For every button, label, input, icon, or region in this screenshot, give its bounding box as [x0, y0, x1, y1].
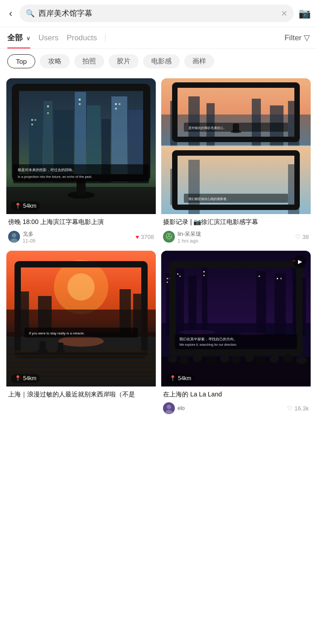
card-2-meta: lin-呆呆珑 1 hrs ago ♡ 38	[163, 230, 309, 243]
svg-text:Is a projection into the futur: Is a projection into the future, an echo…	[18, 175, 92, 179]
svg-rect-75	[58, 343, 63, 351]
card-2-author-info: lin-呆呆珑 1 hrs ago	[178, 230, 201, 243]
card-4-image: 我们在其中探索，寻找自己的方向。 We explore it, searchin…	[161, 251, 311, 386]
svg-point-107	[206, 357, 216, 365]
card-2-title: 摄影记录 | 📷徐汇滨江电影感字幕	[163, 218, 309, 227]
card-4[interactable]: 我们在其中探索，寻找自己的方向。 We explore it, searchin…	[161, 251, 311, 416]
svg-point-106	[193, 355, 202, 362]
svg-rect-49	[161, 145, 311, 147]
svg-point-119	[167, 405, 171, 409]
svg-rect-67	[6, 359, 156, 362]
back-button[interactable]: ‹	[6, 6, 15, 21]
card-3-location: 📍 54km	[11, 374, 40, 383]
svg-text:都是对未来的投影，对过去的回响。: 都是对未来的投影，对过去的回响。	[18, 168, 76, 172]
camera-button[interactable]: 📷	[298, 8, 311, 19]
header: ‹ 🔍 西岸美术馆字幕 ✕ 📷	[0, 0, 317, 27]
svg-rect-92	[177, 273, 178, 275]
svg-point-111	[255, 357, 266, 364]
tab-products[interactable]: Products	[67, 33, 105, 48]
filter-button[interactable]: Filter ▽	[284, 33, 310, 48]
svg-point-27	[12, 233, 16, 238]
card-2[interactable]: 是对彼此的脚步充满信心。 我们都是彼此心跳的观察者。 摄影记录 | 📷徐汇滨江电…	[161, 78, 311, 245]
svg-point-56	[67, 273, 95, 301]
svg-rect-11	[31, 124, 33, 125]
svg-point-53	[170, 235, 171, 236]
svg-point-110	[245, 354, 254, 362]
svg-rect-10	[34, 119, 36, 121]
svg-rect-17	[119, 103, 120, 105]
card-1-image: 都是对未来的投影，对过去的回响。 Is a projection into th…	[6, 78, 156, 214]
svg-point-52	[167, 235, 168, 236]
card-1[interactable]: 都是对未来的投影，对过去的回响。 Is a projection into th…	[6, 78, 156, 245]
tab-users[interactable]: Users	[38, 33, 67, 48]
card-4-author-info: elo	[178, 405, 185, 411]
svg-rect-115	[175, 334, 297, 349]
tab-divider	[105, 34, 106, 42]
category-tag-top[interactable]: Top	[7, 54, 35, 68]
svg-rect-91	[167, 281, 168, 283]
svg-rect-89	[167, 278, 168, 279]
card-2-image: 是对彼此的脚步充满信心。 我们都是彼此心跳的观察者。	[161, 78, 311, 214]
card-3-body: 上海｜浪漫过敏的人最近就别来西岸啦（不是	[6, 386, 156, 405]
svg-text:We explore it, searching for o: We explore it, searching for our directi…	[179, 343, 237, 347]
card-3[interactable]: If you were to stay really is a miracle.…	[6, 251, 156, 416]
card-2-author: lin-呆呆珑 1 hrs ago	[163, 230, 201, 243]
location-icon: 📍	[169, 375, 176, 382]
svg-point-104	[168, 356, 177, 363]
svg-rect-93	[179, 276, 181, 277]
category-tag-guide[interactable]: 攻略	[40, 54, 70, 68]
category-tag-cinematic[interactable]: 电影感	[143, 54, 180, 68]
card-2-likes[interactable]: ♡ 38	[295, 234, 309, 240]
card-1-title: 傍晚 18:00 上海滨江字幕电影上演	[8, 218, 154, 227]
svg-rect-94	[203, 271, 205, 272]
svg-point-113	[283, 354, 293, 363]
location-icon: 📍	[14, 375, 21, 382]
category-tag-photo[interactable]: 拍照	[74, 54, 104, 68]
svg-rect-18	[115, 108, 117, 110]
card-4-author: elo	[163, 402, 185, 414]
card-4-author-name: elo	[178, 405, 185, 411]
svg-rect-23	[13, 164, 149, 183]
card-4-meta: elo ♡ 16.3k	[163, 402, 309, 414]
svg-rect-13	[47, 112, 49, 114]
svg-rect-95	[203, 275, 205, 276]
svg-text:我们都是彼此心跳的观察者。: 我们都是彼此心跳的观察者。	[188, 197, 230, 201]
card-4-play-button[interactable]: ▶	[293, 255, 306, 268]
category-row: Top 攻略 拍照 胶片 电影感 画样	[0, 49, 317, 74]
location-icon: 📍	[14, 203, 21, 209]
card-1-avatar	[8, 231, 20, 243]
category-tag-painting[interactable]: 画样	[184, 54, 214, 68]
card-2-author-name: lin-呆呆珑	[178, 230, 201, 238]
svg-rect-68	[6, 364, 156, 366]
heart-outline-icon: ♡	[295, 234, 301, 240]
card-1-likes[interactable]: ♥ 3708	[135, 234, 154, 240]
filter-icon: ▽	[304, 33, 310, 43]
svg-point-100	[179, 330, 216, 334]
card-4-avatar	[163, 402, 175, 414]
card-2-body: 摄影记录 | 📷徐汇滨江电影感字幕	[161, 214, 311, 245]
content-grid: 都是对未来的投影，对过去的回响。 Is a projection into th…	[0, 74, 317, 420]
card-3-image: If you were to stay really is a miracle.…	[6, 251, 156, 386]
tab-all[interactable]: 全部 ∨	[7, 33, 38, 48]
search-bar[interactable]: 🔍 西岸美术馆字幕 ✕	[19, 5, 294, 22]
card-2-author-time: 1 hrs ago	[178, 238, 201, 243]
svg-rect-97	[277, 278, 278, 279]
svg-point-109	[231, 356, 241, 363]
svg-point-114	[296, 357, 307, 364]
card-1-author-time: 11-09	[23, 238, 35, 243]
card-1-author-info: 戈多 11-09	[23, 230, 35, 243]
card-4-likes[interactable]: ♡ 16.3k	[287, 405, 309, 412]
card-1-author-name: 戈多	[23, 230, 35, 238]
filter-tabs: 全部 ∨ Users Products Filter ▽	[0, 27, 317, 49]
svg-text:是对彼此的脚步充满信心。: 是对彼此的脚步充满信心。	[188, 126, 226, 130]
svg-rect-14	[79, 99, 81, 100]
card-2-avatar	[163, 231, 175, 243]
search-icon: 🔍	[26, 9, 35, 18]
clear-icon[interactable]: ✕	[281, 9, 288, 19]
svg-rect-69	[6, 368, 156, 371]
dropdown-arrow: ∨	[26, 35, 30, 42]
svg-rect-96	[259, 276, 260, 277]
search-input[interactable]: 西岸美术馆字幕	[38, 8, 277, 19]
svg-rect-65	[6, 350, 156, 353]
category-tag-film[interactable]: 胶片	[109, 54, 139, 68]
